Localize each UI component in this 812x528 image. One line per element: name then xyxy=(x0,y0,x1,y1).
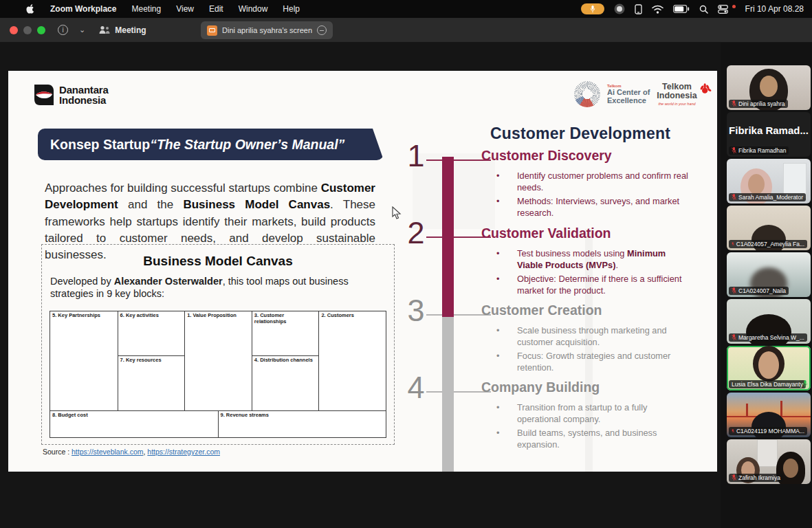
minimize-button[interactable] xyxy=(23,26,32,34)
section-company-building: Company Building •Transition from a star… xyxy=(481,380,689,453)
zoom-meeting-window: Zoom Workplace Meeting View Edit Window … xyxy=(0,0,812,528)
partner-logos: Telkom Ai Center of Excellence Telkom In… xyxy=(574,81,712,107)
bmc-cell-budget-cost: 8. Budget cost xyxy=(50,411,218,438)
menu-item-window[interactable]: Window xyxy=(239,4,268,14)
source-link-steveblank[interactable]: https://steveblank.com xyxy=(72,448,143,456)
macos-menu-bar: Zoom Workplace Meeting View Edit Window … xyxy=(0,0,812,18)
info-icon[interactable]: i xyxy=(58,25,68,35)
chevron-down-icon[interactable]: ⌄ xyxy=(79,25,85,34)
screen-share-tab[interactable]: Dini aprilia syahra's screen xyxy=(201,21,333,39)
danantara-logo-icon xyxy=(33,85,54,105)
participant-tile-fibrika[interactable]: Fibrika Ramad... Fibrika Ramadhan xyxy=(727,112,811,157)
presentation-slide: Danantara Indonesia Telkom Ai Center of … xyxy=(8,71,717,472)
bmc-box: Business Model Canvas Developed by Alexa… xyxy=(41,244,395,445)
muted-mic-icon xyxy=(732,287,736,294)
muted-mic-icon xyxy=(732,100,736,107)
participant-tile-dini[interactable]: Dini aprilia syahra xyxy=(727,65,811,110)
section-customer-validation: Customer Validation •Test business model… xyxy=(481,226,689,299)
participant-video xyxy=(757,439,778,467)
muted-mic-icon xyxy=(732,147,736,154)
fullscreen-button[interactable] xyxy=(37,26,45,34)
mouse-cursor xyxy=(392,206,402,220)
bmc-cell-value-proposition: 1. Value Proposition xyxy=(184,311,252,410)
bullet-item: •Identify customer problems and confirm … xyxy=(481,170,689,194)
apple-icon[interactable] xyxy=(26,4,35,14)
ai-coe-line2: Excellence xyxy=(607,96,650,104)
virtual-background-bridge xyxy=(746,404,748,417)
section-title: Customer Discovery xyxy=(481,148,689,164)
share-icon xyxy=(207,25,217,36)
participant-tile-mohammad[interactable]: C1A024119 MOHAMMA... xyxy=(727,393,811,437)
section-title: Company Building xyxy=(481,380,689,395)
bullet-item: •Objective: Determine if there is a suff… xyxy=(481,274,689,297)
participant-name-label: Dini aprilia syahra xyxy=(729,100,788,108)
section-title: Customer Creation xyxy=(481,302,689,318)
participant-name-label: Sarah Amalia_Moderator xyxy=(729,193,806,201)
bmc-subtitle: Developed by Alexander Osterwalder, this… xyxy=(50,275,386,300)
window-title-bar: i ⌄ Meeting Dini aprilia syahra's screen xyxy=(0,18,812,43)
phone-mirroring-icon[interactable] xyxy=(635,4,642,14)
participant-name-label: Zafirah Ikramiya xyxy=(729,474,783,482)
source-label: Source : xyxy=(43,448,69,456)
timeline-number-4: 4 xyxy=(400,370,432,406)
wifi-icon[interactable] xyxy=(652,5,663,14)
bmc-grid: 5. Key Partnerships 6. Key activities 1.… xyxy=(50,311,386,438)
control-center-icon[interactable] xyxy=(718,5,728,14)
participant-name-label: C1A024057_Ameylia Fa... xyxy=(729,240,807,248)
close-button[interactable] xyxy=(10,26,18,34)
menu-item-meeting[interactable]: Meeting xyxy=(131,4,161,14)
tab-options-icon[interactable] xyxy=(317,25,327,35)
participant-tile-margaretha[interactable]: Margaretha Selvina W_... xyxy=(727,299,811,344)
participant-name-label: Margaretha Selvina W_... xyxy=(729,333,807,342)
participant-tile-sarah[interactable]: Sarah Amalia_Moderator xyxy=(727,159,811,204)
bmc-cell-key-partnerships: 5. Key Partnerships xyxy=(50,311,118,410)
participant-video xyxy=(758,351,779,379)
input-source-icon[interactable] xyxy=(614,3,625,14)
participant-name-label: Fibrika Ramadhan xyxy=(729,146,789,155)
menu-item-edit[interactable]: Edit xyxy=(209,4,223,14)
ai-coe-line1: Ai Center of xyxy=(607,88,650,96)
bullet-item: •Scale business through marketing and cu… xyxy=(481,325,689,349)
spotlight-icon[interactable] xyxy=(699,5,708,14)
customer-development-heading: Customer Development xyxy=(477,124,683,143)
camera-off-display-name: Fibrika Ramad... xyxy=(727,124,811,136)
tab-title: Dini aprilia syahra's screen xyxy=(222,26,312,34)
virtual-background-bridge xyxy=(780,401,782,417)
menu-item-help[interactable]: Help xyxy=(283,4,300,14)
participant-tile-ameylia[interactable]: C1A024057_Ameylia Fa... xyxy=(727,206,811,250)
bullet-item: •Transition from a startup to a fully op… xyxy=(481,402,689,426)
muted-mic-icon xyxy=(732,334,736,341)
bmc-cell-customer-relationships: 3. Customer relationships xyxy=(252,311,319,355)
participants-sidebar: Dini aprilia syahra Fibrika Ramad... Fib… xyxy=(721,43,812,528)
timeline-number-2: 2 xyxy=(400,215,432,251)
participant-name-label: C1A024007_Naila xyxy=(729,287,789,295)
source-row: Source : https://steveblank.com, https:/… xyxy=(43,448,220,456)
battery-icon[interactable] xyxy=(673,5,690,13)
section-title: Customer Validation xyxy=(481,226,689,241)
bullet-item: •Methods: Interviews, surveys, and marke… xyxy=(481,196,689,219)
active-mic-icon xyxy=(802,380,808,388)
bmc-title: Business Model Canvas xyxy=(42,254,394,269)
participant-name-label: Lusia Elsa Dika Damayanty xyxy=(729,380,806,388)
section-customer-creation: Customer Creation •Scale business throug… xyxy=(481,302,689,376)
menu-clock[interactable]: Fri 10 Apr 08.28 xyxy=(745,4,804,14)
participant-tile-naila[interactable]: C1A024007_Naila xyxy=(727,252,811,297)
mic-in-use-icon[interactable] xyxy=(581,3,604,14)
ai-coe-logo-icon xyxy=(574,81,600,107)
danantara-logo-line1: Danantara xyxy=(59,85,109,95)
timeline-number-3: 3 xyxy=(400,293,432,329)
telkom-tagline: the world in your hand xyxy=(657,102,696,106)
participant-tile-lusia-active-speaker[interactable]: Lusia Elsa Dika Damayanty xyxy=(727,346,811,390)
notification-dot xyxy=(732,5,736,8)
telkom-line2: Indonesia xyxy=(657,91,696,100)
source-link-strategyzer[interactable]: https://strategyzer.com xyxy=(147,448,220,456)
bullet-item: •Build teams, systems, and business expa… xyxy=(481,428,689,451)
bmc-cell-key-activities: 6. Key activities xyxy=(118,311,185,355)
slide-title-banner: Konsep Startup “The Startup Owner’s Manu… xyxy=(38,129,384,160)
muted-mic-icon xyxy=(732,241,734,248)
bmc-cell-distribution-channels: 4. Distribution channels xyxy=(252,355,319,410)
menu-item-view[interactable]: View xyxy=(176,4,194,14)
menu-app-name[interactable]: Zoom Workplace xyxy=(50,4,116,14)
bmc-cell-revenue-streams: 9. Revenue streams xyxy=(218,411,386,438)
participant-tile-zafirah[interactable]: Zafirah Ikramiya xyxy=(727,439,811,484)
